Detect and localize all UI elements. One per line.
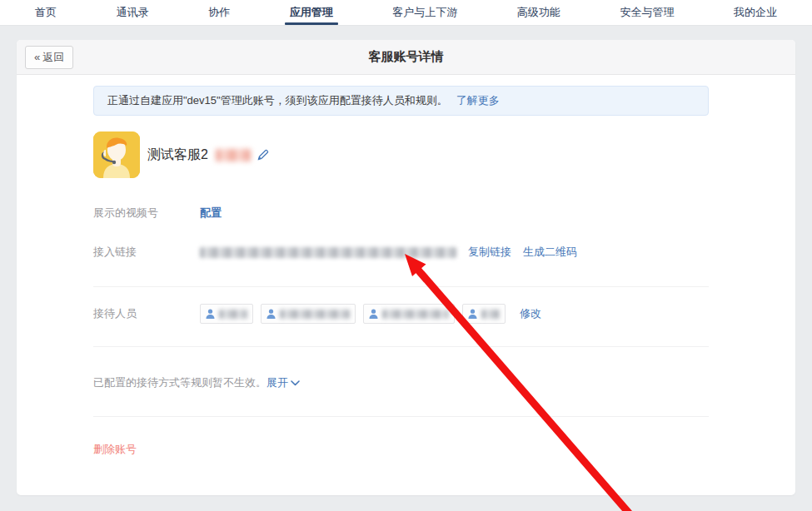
redacted-access-url [200, 247, 456, 258]
video-account-row: 展示的视频号 配置 [93, 206, 709, 221]
nav-item-contacts[interactable]: 通讯录 [110, 0, 156, 25]
section-divider [93, 286, 709, 287]
person-icon [267, 309, 276, 319]
nav-item-my-company[interactable]: 我的企业 [727, 0, 784, 25]
staff-chip [363, 304, 455, 324]
nav-item-customers[interactable]: 客户与上下游 [386, 0, 464, 25]
staff-chip [261, 304, 356, 324]
redacted-staff-name [280, 310, 350, 319]
managed-by-app-banner: 正通过自建应用"dev15"管理此账号，须到该应用配置接待人员和规则。 了解更多 [93, 86, 709, 116]
top-navigation: 首页 通讯录 协作 应用管理 客户与上下游 高级功能 安全与管理 我的企业 [0, 0, 812, 26]
staff-label: 接待人员 [93, 306, 200, 321]
redacted-account-id [216, 149, 251, 161]
staff-chip [462, 304, 506, 324]
page-title: 客服账号详情 [17, 49, 795, 65]
expand-rules-link[interactable]: 展开 [267, 375, 300, 390]
avatar-person-icon [93, 131, 140, 178]
generate-qrcode-button[interactable]: 生成二维码 [523, 245, 577, 260]
video-account-label: 展示的视频号 [93, 206, 200, 221]
nav-item-home[interactable]: 首页 [28, 0, 63, 25]
nav-item-security[interactable]: 安全与管理 [613, 0, 680, 25]
nav-item-advanced[interactable]: 高级功能 [511, 0, 567, 25]
customer-service-avatar [93, 131, 140, 178]
section-divider [93, 416, 709, 417]
nav-item-app-management[interactable]: 应用管理 [283, 0, 340, 25]
redacted-staff-name [481, 310, 500, 319]
section-divider [93, 346, 709, 347]
rules-row: 已配置的接待方式等规则暂不生效。 展开 [93, 375, 709, 390]
nav-item-collaboration[interactable]: 协作 [202, 0, 237, 25]
delete-account-link[interactable]: 删除账号 [93, 442, 137, 457]
learn-more-link[interactable]: 了解更多 [456, 93, 500, 108]
redacted-staff-name [219, 310, 247, 319]
redacted-staff-name [382, 310, 449, 319]
staff-chip [200, 304, 253, 324]
account-detail-card: « 返回 客服账号详情 正通过自建应用"dev15"管理此账号，须到该应用配置接… [17, 40, 795, 495]
account-name: 测试客服2 [147, 146, 208, 164]
staff-chip-list [200, 304, 513, 324]
banner-text: 正通过自建应用"dev15"管理此账号，须到该应用配置接待人员和规则。 [107, 93, 448, 108]
access-link-label: 接入链接 [93, 245, 200, 260]
card-header: « 返回 客服账号详情 [17, 40, 795, 75]
person-icon [206, 309, 215, 319]
modify-staff-link[interactable]: 修改 [520, 306, 541, 321]
profile-section: 测试客服2 [93, 131, 709, 178]
chevron-down-icon [291, 380, 300, 386]
person-icon [468, 309, 477, 319]
edit-name-icon[interactable] [257, 149, 269, 161]
card-content: 正通过自建应用"dev15"管理此账号，须到该应用配置接待人员和规则。 了解更多… [17, 86, 795, 457]
rules-text: 已配置的接待方式等规则暂不生效。 [93, 375, 267, 390]
configure-video-link[interactable]: 配置 [200, 206, 222, 221]
staff-row: 接待人员 修改 [93, 304, 709, 324]
person-icon [369, 309, 378, 319]
expand-label: 展开 [267, 375, 288, 390]
copy-link-button[interactable]: 复制链接 [468, 245, 511, 260]
access-link-row: 接入链接 复制链接 生成二维码 [93, 245, 709, 260]
